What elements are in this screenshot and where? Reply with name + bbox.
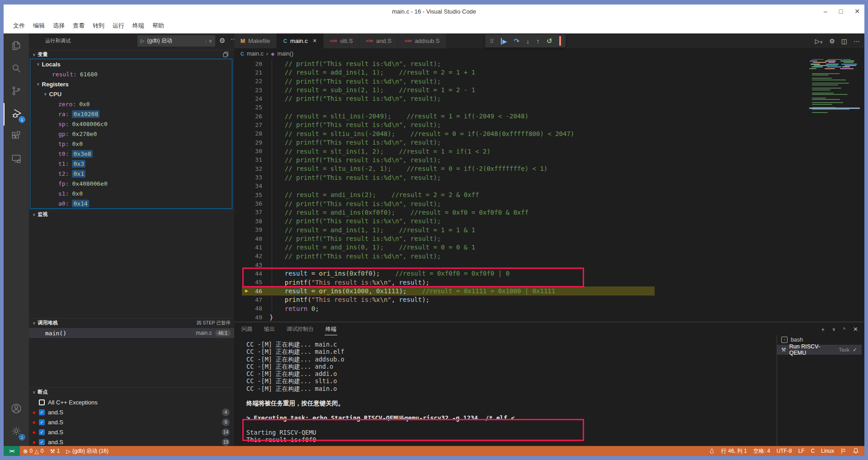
code-line-41[interactable]: 41 // result = and_ins(0, 1); //result =… xyxy=(234,243,864,252)
line-number[interactable]: 29 xyxy=(234,139,262,146)
activity-explorer[interactable] xyxy=(4,35,29,58)
menu-item[interactable]: 帮助 xyxy=(148,20,168,31)
breakpoint-checkbox[interactable]: ✓ xyxy=(39,439,45,445)
line-number[interactable]: 26 xyxy=(234,113,262,120)
menu-item[interactable]: 运行 xyxy=(108,20,128,31)
line-number[interactable]: 42 xyxy=(234,253,262,259)
menu-item[interactable]: 选择 xyxy=(49,20,69,31)
line-number[interactable]: 27 xyxy=(234,122,262,128)
variables-section-header[interactable]: ∨ 变量 xyxy=(29,50,234,59)
tab-and.S[interactable]: ASMand.S xyxy=(359,33,398,48)
scope-row-Registers[interactable]: ∨Registers xyxy=(30,79,232,89)
panel-tab-问题[interactable]: 问题 xyxy=(241,324,253,335)
running-tasks-status[interactable]: ⚒ 1 xyxy=(47,446,63,456)
code-line-48[interactable]: 48 return 0; xyxy=(234,304,864,313)
activity-extensions[interactable] xyxy=(4,126,29,148)
line-number[interactable]: 38 xyxy=(234,218,262,225)
feedback-status[interactable] xyxy=(837,446,849,456)
terminal-item-task[interactable]: ⚒ Run RISCV-QEMU Task ✓ xyxy=(777,345,862,355)
breakpoint-row-4[interactable]: ●✓and.S4 xyxy=(29,407,234,417)
ports-status[interactable] xyxy=(706,446,718,456)
line-number[interactable]: 22 xyxy=(234,78,262,84)
breakpoint-row-9[interactable]: ●✓and.S9 xyxy=(29,417,234,427)
line-number[interactable]: 47 xyxy=(234,296,262,303)
code-line-24[interactable]: 24 // printf("This result is:%d\n", resu… xyxy=(234,94,864,103)
run-or-debug-icon[interactable]: ▷∨ xyxy=(815,38,823,45)
gear-icon[interactable]: ⚙ xyxy=(829,38,835,45)
breadcrumb-symbol[interactable]: main() xyxy=(277,51,293,57)
step-over-icon[interactable]: ↷ xyxy=(514,37,520,45)
breakpoint-checkbox[interactable] xyxy=(39,399,45,405)
new-terminal-icon[interactable]: ＋ xyxy=(820,325,826,333)
code-line-20[interactable]: 20 // printf("This result is:%d\n", resu… xyxy=(234,59,864,68)
activity-run-debug[interactable]: 1 xyxy=(4,103,29,126)
problems-status[interactable]: ⊗ 0 △ 0 xyxy=(20,446,47,456)
register-row-gp[interactable]: gp:0x278e0 xyxy=(30,129,232,139)
code-line-23[interactable]: 23 // result = sub_ins(2, 1); //result =… xyxy=(234,85,864,94)
code-line-26[interactable]: 26 // result = slti_ins(-2049); //result… xyxy=(234,112,864,120)
code-line-46[interactable]: 46 result = or_ins(0x1000, 0x1111); //re… xyxy=(234,286,864,295)
more-actions-icon[interactable]: ⋯ xyxy=(231,35,234,43)
breakpoint-checkbox[interactable]: ✓ xyxy=(39,409,45,415)
step-into-icon[interactable]: ↓ xyxy=(526,37,530,45)
stack-frame-row[interactable]: main() main.c 46:1 xyxy=(29,328,234,338)
menu-item[interactable]: 编辑 xyxy=(29,20,49,31)
panel-tab-调试控制台[interactable]: 调试控制台 xyxy=(286,324,315,335)
activity-search[interactable] xyxy=(4,58,29,80)
breakpoint-row-19[interactable]: ●✓and.S19 xyxy=(29,437,234,446)
maximize-panel-icon[interactable]: ＾ xyxy=(842,326,847,333)
line-number[interactable]: 33 xyxy=(234,174,262,181)
line-number[interactable]: 35 xyxy=(234,192,262,198)
line-number[interactable]: 41 xyxy=(234,244,262,251)
menu-item[interactable]: 文件 xyxy=(9,20,29,31)
code-line-40[interactable]: 40 // printf("This result is:%d\n", resu… xyxy=(234,234,864,243)
register-row-t2[interactable]: t2:0x1 xyxy=(30,169,232,178)
stop-icon[interactable] xyxy=(559,37,561,45)
code-line-21[interactable]: 21 // result = add_ins(1, 1); //result =… xyxy=(234,68,864,77)
line-number[interactable]: 32 xyxy=(234,165,262,172)
register-row-zero[interactable]: zero:0x0 xyxy=(30,99,232,109)
code-line-31[interactable]: 31 // printf("This result is:%d\n", resu… xyxy=(234,155,864,164)
code-line-49[interactable]: 49} xyxy=(234,313,864,322)
code-line-38[interactable]: 38 // printf("This result is:%x\n", resu… xyxy=(234,217,864,225)
register-row-fp[interactable]: fp:0x408006e0 xyxy=(30,178,232,188)
more-actions-icon[interactable]: ⋯ xyxy=(854,38,860,45)
activity-remote-explorer[interactable] xyxy=(4,148,29,171)
line-number[interactable]: 48 xyxy=(234,305,262,312)
close-panel-icon[interactable]: ✕ xyxy=(853,326,858,333)
tab-Makefile[interactable]: MMakefile xyxy=(234,33,277,48)
register-row-sp[interactable]: sp:0x408006c0 xyxy=(30,119,232,129)
line-number[interactable]: 31 xyxy=(234,156,262,163)
code-line-34[interactable]: 34 xyxy=(234,182,864,190)
code-line-32[interactable]: 32 // result = sltu_ins(-2, 1); //result… xyxy=(234,164,864,173)
register-row-ra[interactable]: ra:0x10208 xyxy=(30,109,232,119)
line-number[interactable]: 30 xyxy=(234,148,262,155)
register-row-t1[interactable]: t1:0x3 xyxy=(30,159,232,169)
encoding[interactable]: UTF-8 xyxy=(774,446,795,456)
breakpoint-row-exceptions[interactable]: All C++ Exceptions xyxy=(29,397,234,407)
gear-icon[interactable]: ⚙ xyxy=(219,37,225,45)
debug-config-dropdown[interactable]: ▷ (gdb) 启动 ∨ xyxy=(137,35,215,47)
split-editor-icon[interactable]: ◫ xyxy=(841,38,847,45)
watch-section-header[interactable]: ∨ 监视 xyxy=(29,210,234,219)
code-line-33[interactable]: 33 // printf("This result is:%d\n", resu… xyxy=(234,173,864,182)
menu-item[interactable]: 转到 xyxy=(89,20,108,31)
line-number[interactable]: 34 xyxy=(234,183,262,189)
eol-sequence[interactable]: LF xyxy=(795,446,808,456)
register-group-CPU[interactable]: ∨CPU xyxy=(30,89,232,99)
code-line-36[interactable]: 36 // printf("This result is:%d\n", resu… xyxy=(234,199,864,208)
minimize-button[interactable]: – xyxy=(824,8,827,15)
activity-settings-gear[interactable]: 1 xyxy=(4,421,29,443)
code-line-30[interactable]: 30 // result = slt_ins(1, 2); //result =… xyxy=(234,147,864,155)
close-button[interactable]: ✕ xyxy=(854,8,860,15)
notifications-status[interactable] xyxy=(849,446,864,456)
open-panel-icon[interactable] xyxy=(223,52,229,57)
remote-indicator[interactable]: >< xyxy=(4,446,20,456)
start-debug-icon[interactable]: ▷ xyxy=(141,38,144,44)
register-row-s1[interactable]: s1:0x0 xyxy=(30,188,232,198)
line-number[interactable]: 28 xyxy=(234,130,262,137)
indentation[interactable]: 空格: 4 xyxy=(750,446,773,456)
register-row-a0[interactable]: a0:0x14 xyxy=(30,198,232,208)
minimap[interactable] xyxy=(809,50,863,122)
line-number[interactable]: 46 xyxy=(234,288,262,295)
